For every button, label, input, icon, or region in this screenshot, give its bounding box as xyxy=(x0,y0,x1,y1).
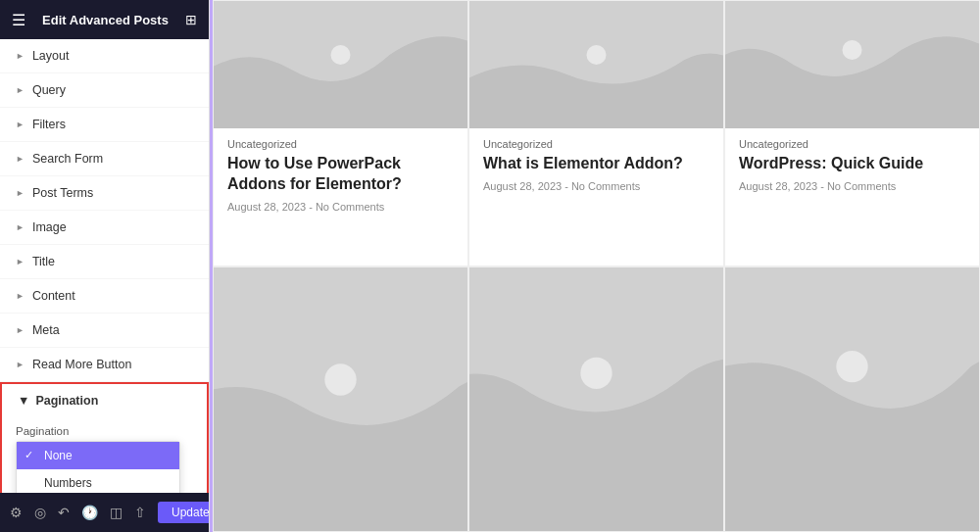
post-separator-1: - xyxy=(309,201,316,213)
post-card-6 xyxy=(724,266,980,533)
post-image-5 xyxy=(469,267,723,532)
sidebar-item-query[interactable]: ► Query xyxy=(0,73,209,108)
post-image-4 xyxy=(214,267,467,532)
sidebar-item-label: Filters xyxy=(32,118,66,131)
post-comments-2: No Comments xyxy=(571,180,640,192)
posts-row-2 xyxy=(213,266,980,533)
dropdown-option-none[interactable]: None xyxy=(17,442,179,469)
chevron-right-icon: ► xyxy=(16,325,24,335)
svg-point-7 xyxy=(324,363,356,395)
pagination-section: ▼ Pagination Pagination None Numbers Num… xyxy=(0,382,209,493)
post-card-3: Uncategorized WordPress: Quick Guide Aug… xyxy=(724,0,980,266)
chevron-right-icon: ► xyxy=(16,154,24,164)
chevron-right-icon: ► xyxy=(16,85,24,95)
sidebar-item-filters[interactable]: ► Filters xyxy=(0,108,209,142)
sidebar-item-label: Meta xyxy=(32,323,60,337)
sidebar-item-title[interactable]: ► Title xyxy=(0,245,209,279)
post-date-1: August 28, 2023 xyxy=(227,201,306,213)
post-category-1: Uncategorized xyxy=(227,138,454,150)
chevron-right-icon: ► xyxy=(16,291,24,301)
content-area: Uncategorized How to Use PowerPack Addon… xyxy=(210,0,980,532)
pagination-header[interactable]: ▼ Pagination xyxy=(2,384,207,417)
sidebar-item-content[interactable]: ► Content xyxy=(0,279,209,314)
post-title-3: WordPress: Quick Guide xyxy=(739,154,965,174)
sidebar-item-label: Content xyxy=(32,289,75,303)
svg-point-11 xyxy=(836,350,867,381)
posts-row-1: Uncategorized How to Use PowerPack Addon… xyxy=(213,0,980,266)
chevron-right-icon: ► xyxy=(16,360,24,369)
sidebar-item-label: Layout xyxy=(32,49,70,63)
chevron-right-icon: ► xyxy=(16,188,24,198)
undo-icon[interactable]: ↶ xyxy=(58,505,70,520)
post-image-6 xyxy=(725,267,979,532)
post-body-3: Uncategorized WordPress: Quick Guide Aug… xyxy=(725,128,979,266)
pagination-field-label: Pagination xyxy=(16,425,69,437)
sidebar-item-read-more-button[interactable]: ► Read More Button xyxy=(0,348,209,382)
sidebar-item-label: Read More Button xyxy=(32,358,131,371)
pagination-content: Pagination None Numbers Numbers + Previo… xyxy=(2,417,207,493)
sidebar-item-label: Image xyxy=(32,220,67,234)
svg-point-3 xyxy=(587,45,607,65)
svg-point-9 xyxy=(580,357,612,388)
sidebar-item-label: Title xyxy=(32,255,55,268)
post-separator-3: - xyxy=(820,180,827,192)
hamburger-icon[interactable]: ☰ xyxy=(12,11,25,29)
grid-icon[interactable]: ⊞ xyxy=(185,12,197,27)
settings-icon[interactable]: ⚙ xyxy=(10,505,23,520)
sidebar-item-post-terms[interactable]: ► Post Terms xyxy=(0,176,209,211)
post-card-2: Uncategorized What is Elementor Addon? A… xyxy=(468,0,724,266)
post-comments-1: No Comments xyxy=(316,201,384,213)
post-date-2: August 28, 2023 xyxy=(483,180,562,192)
post-image-2 xyxy=(469,1,723,128)
post-category-3: Uncategorized xyxy=(739,138,965,150)
pagination-dropdown-menu: None Numbers Numbers + Previous/Next Loa… xyxy=(16,441,180,493)
post-separator-2: - xyxy=(564,180,571,192)
sidebar-item-layout[interactable]: ► Layout xyxy=(0,39,209,73)
post-meta-3: August 28, 2023 - No Comments xyxy=(739,180,965,192)
history-icon[interactable]: 🕐 xyxy=(81,505,98,520)
post-title-2: What is Elementor Addon? xyxy=(483,154,710,174)
dropdown-option-numbers[interactable]: Numbers xyxy=(17,469,179,493)
bottom-toolbar: ⚙ ◎ ↶ 🕐 ◫ ⇧ Update xyxy=(0,493,209,532)
chevron-right-icon: ► xyxy=(16,51,24,61)
svg-point-1 xyxy=(331,45,351,65)
post-card-5 xyxy=(468,266,724,533)
arrow-up-icon[interactable]: ⇧ xyxy=(134,505,146,520)
pagination-row: Pagination xyxy=(16,425,193,437)
responsive-icon[interactable]: ◫ xyxy=(110,505,122,520)
sidebar-item-label: Search Form xyxy=(32,152,103,166)
post-comments-3: No Comments xyxy=(827,180,896,192)
sidebar-item-search-form[interactable]: ► Search Form xyxy=(0,142,209,176)
sidebar-item-meta[interactable]: ► Meta xyxy=(0,314,209,348)
post-title-1: How to Use PowerPack Addons for Elemento… xyxy=(227,154,454,195)
layers-icon[interactable]: ◎ xyxy=(34,505,46,520)
post-image-3 xyxy=(725,1,979,128)
panel-title: Edit Advanced Posts xyxy=(42,13,169,27)
panel-nav: ► Layout ► Query ► Filters ► Search Form… xyxy=(0,39,209,493)
chevron-right-icon: ► xyxy=(16,120,24,129)
post-card-1: Uncategorized How to Use PowerPack Addon… xyxy=(213,0,468,266)
post-body-1: Uncategorized How to Use PowerPack Addon… xyxy=(214,128,467,266)
post-card-4 xyxy=(213,266,468,533)
left-panel: ☰ Edit Advanced Posts ⊞ ► Layout ► Query… xyxy=(0,0,210,532)
pagination-section-label: Pagination xyxy=(35,394,98,408)
chevron-right-icon: ► xyxy=(16,257,24,266)
sidebar-item-label: Query xyxy=(32,83,66,97)
posts-grid: Uncategorized How to Use PowerPack Addon… xyxy=(213,0,980,532)
post-category-2: Uncategorized xyxy=(483,138,710,150)
panel-header: ☰ Edit Advanced Posts ⊞ xyxy=(0,0,209,39)
svg-point-5 xyxy=(843,40,862,60)
post-meta-1: August 28, 2023 - No Comments xyxy=(227,201,454,213)
update-button[interactable]: Update xyxy=(158,502,210,523)
post-image-1 xyxy=(214,1,467,128)
sidebar-item-image[interactable]: ► Image xyxy=(0,211,209,245)
post-meta-2: August 28, 2023 - No Comments xyxy=(483,180,710,192)
post-date-3: August 28, 2023 xyxy=(739,180,817,192)
chevron-right-icon: ► xyxy=(16,222,24,232)
chevron-down-icon: ▼ xyxy=(18,394,29,408)
sidebar-item-label: Post Terms xyxy=(32,186,93,200)
post-body-2: Uncategorized What is Elementor Addon? A… xyxy=(469,128,723,266)
